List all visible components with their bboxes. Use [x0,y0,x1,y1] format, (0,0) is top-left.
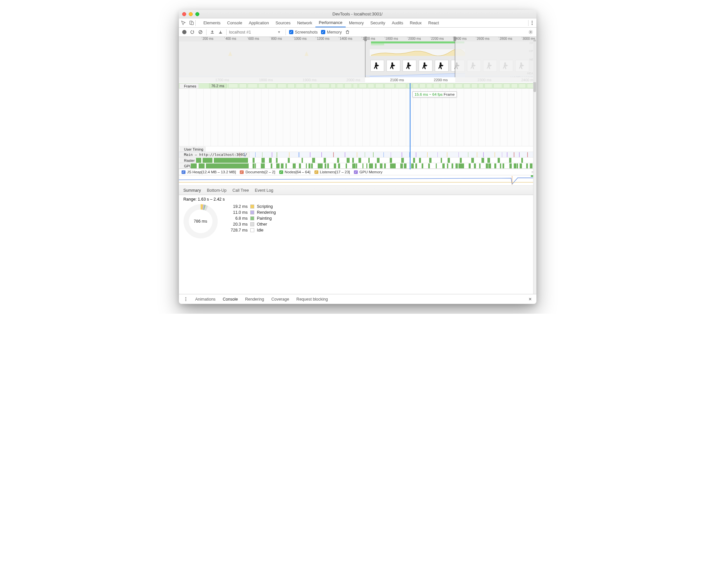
raster-task[interactable] [346,158,350,163]
gpu-task[interactable] [503,164,504,168]
main-task[interactable] [527,152,528,157]
main-task[interactable] [416,152,416,157]
overview-strip[interactable]: 200 ms400 ms600 ms800 ms1000 ms1200 ms14… [179,37,537,77]
save-profile-icon[interactable] [218,29,223,35]
raster-task[interactable] [521,158,523,163]
legend-gpu[interactable]: ✓GPU Memory [354,170,382,174]
gpu-row[interactable]: GPU [179,163,537,169]
gpu-task[interactable] [327,164,329,168]
kebab-menu-icon[interactable] [530,21,534,25]
gpu-task[interactable] [447,164,448,168]
raster-task[interactable] [419,158,421,163]
detail-tab-call-tree[interactable]: Call Tree [233,188,249,193]
frame-block[interactable] [248,84,257,88]
frame-block[interactable] [447,84,454,88]
gpu-task[interactable] [299,164,301,168]
raster-task[interactable] [487,158,490,163]
raster-task[interactable] [276,158,278,163]
gpu-task[interactable] [338,164,340,168]
tab-memory[interactable]: Memory [346,18,367,27]
device-toggle-icon[interactable] [189,20,194,25]
trash-icon[interactable] [345,29,350,35]
frame-block[interactable] [384,84,394,88]
gpu-task[interactable] [198,164,205,168]
raster-task[interactable] [253,158,255,163]
raster-task[interactable] [288,158,290,163]
raster-task[interactable] [390,158,392,163]
tab-application[interactable]: Application [245,18,272,27]
gpu-task[interactable] [428,164,430,168]
raster-task[interactable] [482,158,484,163]
drawer-tab-console[interactable]: Console [223,297,238,301]
main-thread-row[interactable]: Main — http://localhost:3001/ [179,152,537,158]
gpu-task[interactable] [346,164,347,168]
gpu-task[interactable] [311,164,313,168]
main-task[interactable] [459,152,459,157]
gpu-task[interactable] [442,164,445,168]
gpu-task[interactable] [517,164,518,168]
window-minimize-button[interactable] [189,12,193,16]
clear-icon[interactable] [198,29,203,35]
gpu-task[interactable] [404,164,406,168]
main-task[interactable] [437,152,438,157]
tab-network[interactable]: Network [294,18,316,27]
gpu-task[interactable] [366,164,367,168]
frames-detail-area[interactable]: 15.6 ms ~ 64 fps Frame [179,89,537,146]
frame-block[interactable] [228,84,238,88]
selection-handle-right[interactable] [454,37,456,41]
main-task[interactable] [272,152,272,157]
gpu-task[interactable] [393,164,396,168]
frame-block[interactable] [359,84,367,88]
tab-react[interactable]: React [425,18,442,27]
gpu-task[interactable] [320,164,323,168]
main-task[interactable] [514,152,514,157]
main-task[interactable] [383,152,384,157]
gpu-task[interactable] [514,164,517,168]
frame-block[interactable] [353,84,358,88]
raster-task[interactable] [203,158,212,163]
gpu-task[interactable] [390,164,393,168]
gpu-task[interactable] [369,164,371,168]
gpu-task[interactable] [456,164,458,168]
gpu-task[interactable] [411,164,414,168]
main-task[interactable] [321,152,322,157]
screenshot-thumb[interactable] [499,60,513,72]
tab-console[interactable]: Console [224,18,246,27]
gpu-task[interactable] [384,164,386,168]
main-task[interactable] [333,152,334,157]
frame-block[interactable] [305,84,310,88]
window-maximize-button[interactable] [195,12,199,16]
gpu-task[interactable] [520,164,522,168]
main-task[interactable] [483,152,484,157]
gpu-task[interactable] [318,164,321,168]
raster-task[interactable] [369,158,370,163]
frame-block[interactable] [433,84,439,88]
frame-block[interactable] [239,84,247,88]
tab-performance[interactable]: Performance [315,18,346,27]
gpu-task[interactable] [191,164,197,168]
gpu-task[interactable] [469,164,471,168]
main-task[interactable] [468,152,468,157]
raster-task[interactable] [498,158,500,163]
frame-block[interactable] [426,84,432,88]
drawer-menu-icon[interactable] [184,297,188,301]
main-task[interactable] [477,152,477,157]
legend-listeners[interactable]: ✓Listeners[17 – 23] [314,170,350,174]
raster-task[interactable] [337,158,339,163]
raster-task[interactable] [441,158,442,163]
main-task[interactable] [245,152,245,157]
drawer-tab-request-blocking[interactable]: Request blocking [296,297,328,301]
frame-block[interactable] [484,84,492,88]
drawer-close-icon[interactable]: × [528,296,531,302]
raster-task[interactable] [214,158,248,163]
frame-block[interactable] [419,84,425,88]
scrollbar-thumb[interactable] [533,40,536,92]
gpu-task[interactable] [371,164,373,168]
raster-task[interactable] [377,158,380,163]
gpu-task[interactable] [306,164,307,168]
gpu-task[interactable] [271,164,273,168]
tab-audits[interactable]: Audits [388,18,406,27]
screenshot-thumb[interactable] [516,60,529,72]
profile-selector[interactable]: localhost #1 ▼ [226,29,282,35]
raster-task[interactable] [323,158,326,163]
